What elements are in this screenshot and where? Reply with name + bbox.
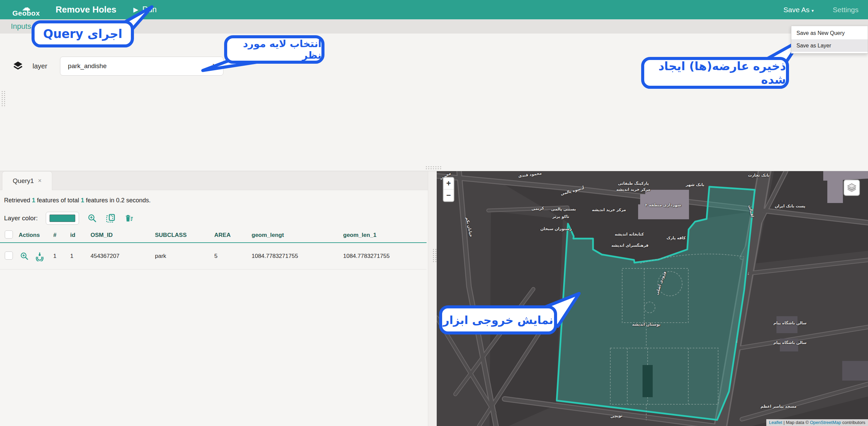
summary-text: Retrieved [4, 197, 32, 204]
leaflet-map[interactable]: ↓ ↓ محمود قندیمحمودخیابان یکمکریمیآدسوه … [437, 171, 868, 426]
map-street-label: فرهنگسرای اندیشه [611, 243, 648, 248]
map-street-label: تاکو برتر [552, 214, 569, 219]
layer-color-swatch-fill [50, 215, 75, 222]
cell-num: 1 [51, 253, 68, 260]
layer-color-row: Layer color: [4, 211, 134, 225]
map-street-label: مرکز خرید اندیشه [592, 207, 626, 212]
annotation-select-layer: انتخاب لایه مورد نظر [224, 35, 324, 64]
col-header-geom-lengt: geom_lengt [249, 232, 341, 239]
fit-bounds-icon[interactable] [105, 213, 116, 223]
map-street-label: آدسوه پالمی [560, 185, 585, 196]
inputs-panel: layer park_andishe ✕ [0, 34, 868, 171]
attribution-text: | Map data © [782, 420, 810, 425]
cell-area: 5 [212, 253, 249, 260]
table-row: 1 1 454367207 park 5 1084.7783271755 108… [0, 243, 427, 269]
layers-icon [12, 60, 24, 72]
map-layers-control[interactable] [844, 180, 860, 196]
map-street-label: شهرداری منطقه ۲ [645, 203, 681, 207]
map-street-label: سالن باشگاه پیام [773, 321, 807, 325]
col-header-osm-id: OSM_ID [88, 232, 153, 239]
col-header-subclass: SUBCLASS [153, 232, 212, 239]
layer-select-input[interactable]: park_andishe ✕ [60, 57, 223, 76]
left-resize-handle[interactable] [1, 90, 5, 107]
map-street-label: توپچی [610, 413, 623, 419]
openstreetmap-link[interactable]: OpenStreetMap [810, 420, 841, 425]
annotation-show-output: نمایش خروجی ابزار [439, 305, 557, 334]
query-tab-label: Query1 [13, 177, 34, 185]
flash-feature-icon[interactable] [35, 251, 45, 261]
map-street-label: کافه پارک [667, 236, 686, 240]
annotation-run-query: اجرای Query [32, 20, 134, 47]
cell-subclass: park [153, 253, 212, 260]
map-zoom-control: + − [443, 177, 454, 202]
save-as-label: Save As [784, 6, 810, 14]
attribution-text: contributors [841, 420, 865, 425]
map-street-label: مسجد پیامبر اعظم [761, 404, 796, 409]
menu-item-save-as-layer[interactable]: Save as Layer [791, 39, 868, 52]
run-button[interactable]: ▶ Run [133, 5, 157, 14]
clear-input-icon[interactable]: ✕ [212, 62, 218, 70]
layer-field-value: park_andishe [68, 62, 106, 70]
summary-text: features of total [35, 197, 81, 204]
cell-osm-id: 454367207 [88, 253, 153, 260]
clear-results-trash-icon[interactable] [124, 213, 134, 223]
zoom-in-button[interactable]: + [443, 178, 454, 189]
page-title: Remove Holes [56, 4, 116, 15]
layer-color-label: Layer color: [4, 215, 38, 222]
layer-color-picker[interactable] [46, 212, 79, 225]
cell-geom-lengt: 1084.7783271755 [249, 253, 341, 260]
zoom-out-button[interactable]: − [443, 189, 454, 201]
map-street-label: سالن باشگاه پیام [773, 340, 807, 345]
geobox-logo[interactable]: ☁ Geobox [7, 3, 45, 17]
map-street-label: کریمی [531, 206, 544, 211]
tab-inputs[interactable]: Inputs [11, 22, 31, 31]
col-header-num: # [51, 232, 68, 239]
map-street-label: رستوران سبحان [540, 226, 572, 231]
panel-gutter [428, 171, 437, 426]
query-tab-bar: Query1 × [0, 171, 428, 190]
map-street-label: پارکینگ طبقاتی [618, 181, 649, 186]
tab-query1[interactable]: Query1 × [2, 171, 52, 190]
zoom-to-feature-icon[interactable] [20, 251, 29, 261]
close-tab-icon[interactable]: × [38, 177, 42, 184]
row-checkbox[interactable] [5, 251, 13, 260]
query-results-panel: Query1 × Retrieved 1 features of total 1… [0, 171, 428, 426]
map-labels: محمود قندیمحمودخیابان یکمکریمیآدسوه پالم… [437, 171, 868, 426]
col-header-geom-len-1: geom_len_1 [341, 232, 427, 239]
logo-text: Geobox [12, 9, 40, 17]
layer-field-label: layer [33, 62, 47, 70]
summary-count: 1 [32, 197, 35, 204]
chevron-down-icon: ▾ [812, 8, 814, 13]
table-header-row: Actions # id OSM_ID SUBCLASS AREA geom_l… [0, 228, 427, 243]
leaflet-link[interactable]: Leaflet [769, 420, 782, 425]
map-street-label: بانک شهر [686, 182, 705, 187]
map-street-label: پست بانک ایران [775, 204, 805, 208]
zoom-to-layer-icon[interactable] [87, 213, 97, 223]
map-street-label: مرکز خرید اندیشه [616, 187, 650, 192]
summary-total: 1 [81, 197, 84, 204]
cell-id: 1 [68, 253, 88, 260]
select-all-checkbox[interactable] [5, 230, 13, 239]
map-street-label: خیابان یکم [465, 217, 474, 237]
settings-button[interactable]: Settings [833, 6, 859, 14]
vertical-resize-handle[interactable] [432, 248, 437, 262]
play-icon: ▶ [133, 6, 138, 14]
map-street-label: ورودی اصلی [654, 270, 667, 296]
run-label: Run [142, 5, 157, 14]
map-street-label: بوستان اندیشه [632, 322, 660, 327]
col-header-id: id [68, 232, 88, 239]
map-street-label: محمود قندی [518, 171, 542, 178]
layer-input-row: layer park_andishe ✕ [0, 57, 223, 76]
map-street-label: کتابخانه اندیشه [615, 232, 644, 237]
save-as-menu: Save as New Query Save as Layer [791, 26, 868, 54]
save-as-dropdown-button[interactable]: Save As▾ [784, 6, 814, 14]
horizontal-resize-handle[interactable] [425, 166, 442, 170]
col-header-actions: Actions [16, 232, 51, 239]
menu-item-save-as-new-query[interactable]: Save as New Query [791, 27, 868, 39]
results-table: Actions # id OSM_ID SUBCLASS AREA geom_l… [0, 228, 427, 269]
map-attribution: Leaflet | Map data © OpenStreetMap contr… [766, 419, 868, 426]
cell-geom-len-1: 1084.7783271755 [341, 253, 427, 260]
app-header: ☁ Geobox Remove Holes ▶ Run Save As▾ Set… [0, 0, 868, 19]
map-street-label: بانک تجارت [748, 173, 770, 178]
layers-stack-icon [846, 182, 857, 193]
